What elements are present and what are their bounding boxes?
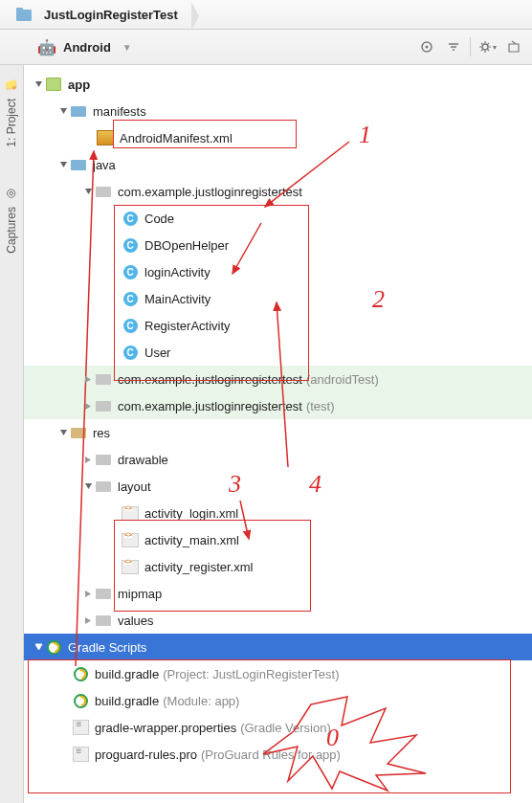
node-package-androidtest[interactable]: com.example.justloginregistertest (andro… (24, 366, 532, 392)
node-class[interactable]: CloginActivity (24, 258, 532, 285)
view-label[interactable]: Android (63, 40, 111, 55)
node-label: manifests (93, 104, 146, 119)
node-java[interactable]: java (24, 151, 532, 178)
node-label: AndroidManifest.xml (120, 131, 233, 145)
svg-rect-1 (16, 8, 23, 11)
node-label: res (93, 426, 110, 440)
node-class[interactable]: CDBOpenHelper (24, 232, 532, 258)
xml-file-icon (122, 504, 139, 522)
node-label: Gradle Scripts (68, 640, 146, 655)
node-suffix: (androidTest) (306, 372, 379, 387)
node-package-main[interactable]: com.example.justloginregistertest (24, 178, 532, 205)
node-gradle-file[interactable]: build.gradle(Module: app) (24, 687, 532, 714)
node-manifest-file[interactable]: AndroidManifest.xml (24, 124, 532, 151)
expand-toggle[interactable] (56, 161, 70, 169)
node-manifests[interactable]: manifests (24, 98, 532, 124)
package-icon (95, 183, 112, 200)
node-package-test[interactable]: com.example.justloginregistertest (test) (24, 392, 532, 419)
expand-toggle[interactable] (56, 107, 70, 116)
module-icon (45, 76, 62, 93)
gear-icon[interactable]: ▾ (477, 36, 498, 57)
folder-icon (95, 451, 112, 468)
node-label: DBOpenHelper (144, 238, 229, 253)
node-class[interactable]: CMainActivity (24, 285, 532, 312)
xml-file-icon (122, 531, 139, 548)
expand-toggle[interactable] (32, 643, 45, 652)
project-tree[interactable]: app manifests AndroidManifest.xml java (24, 65, 532, 803)
class-icon: C (122, 317, 139, 334)
node-layout-file[interactable]: activity_login.xml (24, 500, 532, 526)
folder-icon (70, 102, 87, 120)
module-icon (15, 6, 33, 23)
view-selector[interactable]: 🤖 (36, 36, 57, 57)
node-label: com.example.justloginregistertest (118, 399, 302, 413)
node-suffix: (ProGuard Rules for app) (201, 747, 341, 762)
properties-file-icon (72, 719, 89, 736)
scroll-from-source-icon[interactable] (416, 36, 437, 57)
package-icon (95, 397, 112, 414)
gutter-project[interactable]: 1: Project 📁 (3, 73, 20, 153)
node-label: java (93, 158, 116, 172)
collapse-all-icon[interactable] (443, 36, 464, 57)
gradle-file-icon (72, 665, 89, 682)
node-suffix: (Gradle Version) (240, 721, 331, 735)
node-gradle-scripts[interactable]: Gradle Scripts (24, 634, 532, 660)
expand-toggle[interactable] (81, 590, 95, 598)
node-label: com.example.justloginregistertest (118, 185, 302, 199)
node-label: build.gradle (95, 694, 159, 708)
breadcrumb-root[interactable]: JustLoginRegisterTest (8, 2, 191, 27)
node-class[interactable]: CUser (24, 339, 532, 366)
folder-icon (95, 612, 112, 629)
node-label: proguard-rules.pro (95, 747, 197, 762)
captures-icon: ◎ (5, 188, 18, 201)
class-icon: C (122, 236, 139, 254)
node-layout-file[interactable]: activity_register.xml (24, 553, 532, 580)
manifest-file-icon (97, 129, 114, 146)
gradle-file-icon (72, 692, 89, 709)
node-label: app (68, 78, 90, 92)
node-values[interactable]: values (24, 607, 532, 634)
folder-icon (70, 156, 87, 173)
xml-file-icon (122, 558, 139, 575)
node-label: mipmap (118, 587, 162, 601)
node-class[interactable]: CRegisterActivity (24, 312, 532, 339)
breadcrumb: JustLoginRegisterTest (0, 0, 532, 30)
package-icon (95, 370, 112, 388)
class-icon: C (122, 290, 139, 307)
node-mipmap[interactable]: mipmap (24, 580, 532, 607)
node-gradle-file[interactable]: build.gradle(Project: JustLoginRegisterT… (24, 660, 532, 687)
svg-point-3 (426, 46, 429, 49)
gutter-captures[interactable]: Captures ◎ (3, 182, 20, 259)
expand-toggle[interactable] (81, 188, 95, 196)
node-label: drawable (118, 453, 168, 467)
node-drawable[interactable]: drawable (24, 446, 532, 473)
node-gradle-file[interactable]: proguard-rules.pro(ProGuard Rules for ap… (24, 741, 532, 768)
node-app[interactable]: app (24, 71, 532, 98)
expand-toggle[interactable] (81, 402, 95, 411)
hide-icon[interactable] (503, 36, 524, 57)
node-suffix: (Project: JustLoginRegisterTest) (163, 667, 339, 681)
node-label: RegisterActivity (144, 319, 231, 333)
node-label: activity_main.xml (144, 533, 239, 547)
node-suffix: (Module: app) (163, 694, 239, 708)
node-label: Code (144, 212, 174, 226)
folder-icon (95, 585, 112, 602)
node-layout[interactable]: layout (24, 473, 532, 500)
node-label: gradle-wrapper.properties (95, 721, 236, 735)
project-icon: 📁 (5, 78, 18, 93)
expand-toggle[interactable] (81, 375, 95, 384)
node-label: activity_login.xml (144, 506, 238, 521)
node-label: layout (118, 480, 151, 494)
chevron-down-icon: ▼ (122, 42, 132, 53)
expand-toggle[interactable] (81, 616, 95, 625)
node-class[interactable]: CCode (24, 205, 532, 232)
expand-toggle[interactable] (56, 429, 70, 437)
expand-toggle[interactable] (32, 80, 45, 89)
node-layout-file[interactable]: activity_main.xml (24, 526, 532, 553)
expand-toggle[interactable] (81, 482, 95, 491)
node-gradle-file[interactable]: gradle-wrapper.properties(Gradle Version… (24, 714, 532, 741)
node-res[interactable]: res (24, 419, 532, 446)
expand-toggle[interactable] (81, 456, 95, 464)
node-label: values (118, 613, 154, 628)
gutter-project-label: 1: Project (5, 99, 18, 147)
